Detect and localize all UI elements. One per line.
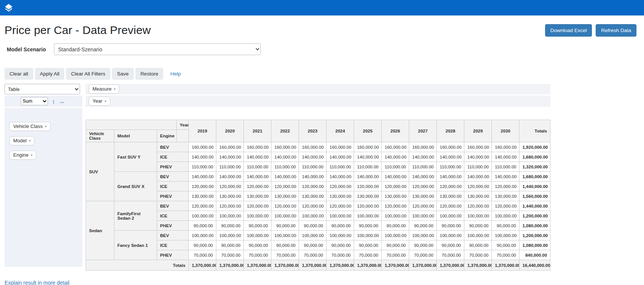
price-cell: 90,000.00 [492,221,519,231]
clear-all-button[interactable]: Clear all [5,68,33,80]
price-cell: 70,000.00 [492,250,519,260]
model-scenario-select[interactable]: Standard-Szenario [54,43,261,55]
price-cell: 70,000.00 [409,250,437,260]
price-cell: 160,000.00 [382,142,409,152]
price-cell: 100,000.00 [437,211,464,221]
price-cell: 140,000.00 [216,172,244,182]
price-cell: 90,000.00 [437,240,464,250]
row-total-cell: 1,440,000.00 [519,182,550,191]
restore-button[interactable]: Restore [136,68,163,80]
price-cell: 130,000.00 [354,191,382,201]
price-cell: 140,000.00 [244,152,271,162]
model-scenario-label: Model Scenario [7,46,54,52]
refresh-data-button[interactable]: Refresh Data [596,24,636,37]
help-link[interactable]: Help [170,71,181,77]
year-column-header: 2020 [216,120,244,142]
price-cell: 70,000.00 [189,250,216,260]
price-cell: 100,000.00 [327,231,354,240]
price-cell: 160,000.00 [189,142,216,152]
totals-row-cell: 1,370,000.00 [189,260,216,271]
price-cell: 100,000.00 [299,211,327,221]
price-cell: 140,000.00 [464,152,492,162]
price-cell: 100,000.00 [271,211,299,221]
totals-row-cell: 1,370,000.00 [409,260,437,271]
totals-row-cell: 1,370,000.00 [327,260,354,271]
price-cell: 70,000.00 [382,250,409,260]
save-button[interactable]: Save [112,68,134,80]
price-cell: 140,000.00 [382,172,409,182]
price-cell: 160,000.00 [492,142,519,152]
price-cell: 120,000.00 [189,201,216,211]
year-axis-spacer-cell [177,130,189,142]
page-title: Price per Car - Data Preview [5,24,151,37]
price-cell: 140,000.00 [437,172,464,182]
model-cell: Fancy Sedan 1 [114,231,157,260]
price-cell: 120,000.00 [216,201,244,211]
attribute-pill-model[interactable]: Model▾ [9,136,34,145]
price-cell: 140,000.00 [327,172,354,182]
attribute-pill-year[interactable]: Year▾ [89,97,110,106]
attribute-pill-measure[interactable]: Measure▾ [89,85,119,94]
engine-cell: PHEV [157,162,189,172]
price-cell: 140,000.00 [354,152,382,162]
aggregator-select[interactable]: Sum [21,97,48,105]
price-cell: 120,000.00 [271,182,299,191]
renderer-select[interactable]: Table [5,84,80,94]
year-column-header: 2027 [409,120,437,142]
price-cell: 120,000.00 [464,201,492,211]
engine-cell: ICE [157,240,189,250]
price-cell: 120,000.00 [327,182,354,191]
aggregator-area: Sum ↕ ↔ [5,96,82,107]
year-column-header: 2022 [271,120,299,142]
price-cell: 120,000.00 [299,201,327,211]
price-cell: 140,000.00 [299,152,327,162]
price-cell: 110,000.00 [354,162,382,172]
price-cell: 120,000.00 [327,201,354,211]
sort-cols-icon[interactable]: ↔ [59,99,65,104]
price-cell: 120,000.00 [492,182,519,191]
layers-icon[interactable] [4,3,14,13]
sort-rows-icon[interactable]: ↕ [52,99,55,104]
model-cell: Grand SUV X [114,172,157,201]
price-cell: 100,000.00 [244,211,271,221]
price-cell: 120,000.00 [437,201,464,211]
price-cell: 100,000.00 [492,211,519,221]
clear-all-filters-button[interactable]: Clear All Filters [66,68,110,80]
explain-result-link[interactable]: Explain result in more detail [5,280,69,285]
price-cell: 130,000.00 [244,191,271,201]
model-scenario-row: Model Scenario Standard-Szenario [7,43,644,55]
price-cell: 130,000.00 [327,191,354,201]
price-cell: 160,000.00 [216,142,244,152]
price-cell: 140,000.00 [271,172,299,182]
chevron-down-icon[interactable]: ▾ [29,139,31,143]
year-column-header: 2019 [189,120,216,142]
row-total-cell: 1,680,000.00 [519,152,550,162]
attribute-pill-engine[interactable]: Engine▾ [9,151,36,160]
price-cell: 120,000.00 [189,182,216,191]
row-total-cell: 1,320,000.00 [519,162,550,172]
chevron-down-icon[interactable]: ▾ [105,99,106,103]
header-spacer-cell [86,120,177,130]
price-cell: 140,000.00 [244,172,271,182]
pill-label: Measure [92,86,112,92]
price-cell: 110,000.00 [492,162,519,172]
price-cell: 140,000.00 [299,172,327,182]
year-column-header: 2029 [464,120,492,142]
price-cell: 90,000.00 [464,240,492,250]
price-cell: 110,000.00 [189,162,216,172]
download-excel-button[interactable]: Download Excel [545,24,592,37]
price-cell: 140,000.00 [492,152,519,162]
price-cell: 120,000.00 [244,201,271,211]
price-cell: 110,000.00 [409,162,437,172]
price-cell: 120,000.00 [271,201,299,211]
attribute-pill-vehicle-class[interactable]: Vehicle Class▾ [9,122,51,131]
chevron-down-icon[interactable]: ▾ [45,125,47,128]
engine-cell: PHEV [157,250,189,260]
chevron-down-icon[interactable]: ▾ [31,153,32,157]
chevron-down-icon[interactable]: ▾ [114,87,116,91]
price-cell: 100,000.00 [354,231,382,240]
price-cell: 140,000.00 [271,152,299,162]
top-navigation-bar [0,0,644,15]
price-cell: 130,000.00 [437,191,464,201]
apply-all-button[interactable]: Apply All [35,68,65,80]
